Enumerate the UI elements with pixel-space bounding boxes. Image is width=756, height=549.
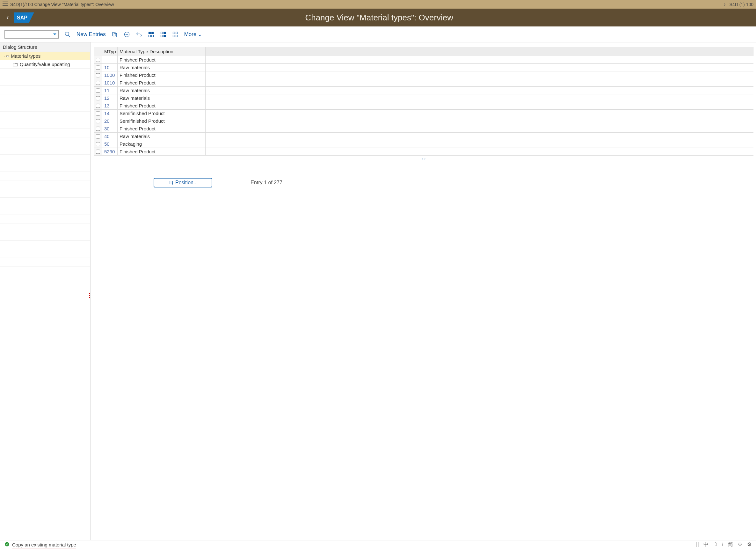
table-row[interactable]: 13Finished Product xyxy=(94,102,753,110)
table-row[interactable]: 50Packaging xyxy=(94,140,753,148)
horizontal-scroll-hint[interactable]: ‹ › xyxy=(94,155,753,161)
cell-mtyp[interactable]: 1010 xyxy=(102,79,118,86)
table-row[interactable]: 1010Finished Product xyxy=(94,79,753,87)
cell-description[interactable]: Finished Product xyxy=(118,79,206,86)
content-pane: MTyp Material Type Description Finished … xyxy=(91,42,756,540)
grid-header-mtyp[interactable]: MTyp xyxy=(102,47,118,56)
row-select-checkbox[interactable] xyxy=(94,148,102,155)
grid-header-desc[interactable]: Material Type Description xyxy=(118,47,206,56)
svg-point-2 xyxy=(65,32,69,36)
cell-mtyp[interactable]: 30 xyxy=(102,125,118,132)
cell-description[interactable]: Raw materials xyxy=(118,64,206,71)
page-title: Change View "Material types": Overview xyxy=(9,13,750,23)
cell-description[interactable]: Raw materials xyxy=(118,94,206,102)
cell-mtyp[interactable]: 5290 xyxy=(102,148,118,155)
row-select-checkbox[interactable] xyxy=(94,133,102,140)
svg-rect-13 xyxy=(164,32,165,34)
cell-description[interactable]: Raw materials xyxy=(118,87,206,94)
table-row[interactable]: 11Raw materials xyxy=(94,87,753,94)
grid-header: MTyp Material Type Description xyxy=(94,47,753,56)
search-icon[interactable] xyxy=(64,31,71,38)
cell-mtyp[interactable]: 10 xyxy=(102,64,118,71)
header-bar: ‹ SAP Change View "Material types": Over… xyxy=(0,9,756,26)
cell-description[interactable]: Finished Product xyxy=(118,71,206,79)
svg-rect-15 xyxy=(164,35,165,37)
svg-rect-16 xyxy=(173,32,175,34)
tree-header: Dialog Structure xyxy=(0,42,90,52)
copy-as-icon[interactable] xyxy=(112,31,118,38)
cell-description[interactable]: Packaging xyxy=(118,140,206,148)
folder-icon xyxy=(13,62,18,67)
svg-rect-17 xyxy=(176,32,178,34)
undo-icon[interactable] xyxy=(136,31,142,38)
cell-mtyp[interactable]: 20 xyxy=(102,117,118,125)
cell-description[interactable]: Raw materials xyxy=(118,133,206,140)
tree-node-quantity-value[interactable]: Quantity/value updating xyxy=(0,60,90,69)
cell-mtyp[interactable] xyxy=(102,56,118,63)
cell-description[interactable]: Finished Product xyxy=(118,125,206,132)
svg-rect-9 xyxy=(151,32,153,34)
deselect-all-icon[interactable] xyxy=(172,31,178,38)
command-field[interactable] xyxy=(4,30,59,39)
cell-description[interactable]: Finished Product xyxy=(118,56,206,63)
tree-node-material-types[interactable]: Material types xyxy=(0,52,90,60)
cell-mtyp[interactable]: 12 xyxy=(102,94,118,102)
row-select-checkbox[interactable] xyxy=(94,64,102,71)
cell-description[interactable]: Finished Product xyxy=(118,148,206,155)
delete-icon[interactable] xyxy=(124,31,130,38)
cell-mtyp[interactable]: 14 xyxy=(102,110,118,117)
table-row[interactable]: 30Finished Product xyxy=(94,125,753,133)
svg-rect-18 xyxy=(173,35,175,37)
svg-rect-12 xyxy=(161,32,163,34)
cell-mtyp[interactable]: 50 xyxy=(102,140,118,148)
chevron-right-icon[interactable]: › xyxy=(724,1,726,8)
grid-header-filler xyxy=(206,47,753,56)
table-row[interactable]: 14Semifinished Product xyxy=(94,110,753,117)
expanded-folder-icon xyxy=(4,54,9,59)
tree-node-label: Quantity/value updating xyxy=(20,61,70,67)
menu-icon[interactable] xyxy=(3,2,8,7)
row-select-checkbox[interactable] xyxy=(94,71,102,79)
table-row[interactable]: 5290Finished Product xyxy=(94,148,753,155)
cell-mtyp[interactable]: 40 xyxy=(102,133,118,140)
grid-header-select[interactable] xyxy=(94,47,102,56)
select-all-icon[interactable] xyxy=(148,31,154,38)
entry-counter: Entry 1 of 277 xyxy=(251,180,282,185)
table-row[interactable]: 12Raw materials xyxy=(94,94,753,102)
table-row[interactable]: 40Raw materials xyxy=(94,133,753,140)
table-row[interactable]: 20Semifinished Product xyxy=(94,117,753,125)
svg-rect-8 xyxy=(149,32,150,34)
new-entries-button[interactable]: New Entries xyxy=(76,31,106,38)
row-select-checkbox[interactable] xyxy=(94,87,102,94)
row-select-checkbox[interactable] xyxy=(94,56,102,63)
cell-mtyp[interactable]: 11 xyxy=(102,87,118,94)
svg-rect-11 xyxy=(151,35,153,37)
table-row[interactable]: 1000Finished Product xyxy=(94,71,753,79)
system-label: S4D (1) 100 xyxy=(730,2,753,7)
back-button[interactable]: ‹ xyxy=(6,13,9,22)
toolbar: New Entries More⌄ xyxy=(0,26,756,42)
more-button[interactable]: More⌄ xyxy=(184,31,202,38)
window-titlebar: S4D(1)/100 Change View "Material types":… xyxy=(0,0,756,9)
material-types-grid: MTyp Material Type Description Finished … xyxy=(94,47,753,161)
row-select-checkbox[interactable] xyxy=(94,94,102,102)
row-select-checkbox[interactable] xyxy=(94,140,102,148)
cell-description[interactable]: Semifinished Product xyxy=(118,117,206,125)
position-button[interactable]: Position... xyxy=(154,178,212,187)
table-row[interactable]: 10Raw materials xyxy=(94,64,753,71)
window-title: S4D(1)/100 Change View "Material types":… xyxy=(10,2,724,7)
row-select-checkbox[interactable] xyxy=(94,79,102,86)
cell-mtyp[interactable]: 1000 xyxy=(102,71,118,79)
row-select-checkbox[interactable] xyxy=(94,117,102,125)
tree-node-label: Material types xyxy=(11,53,40,59)
svg-rect-10 xyxy=(149,35,150,37)
cell-mtyp[interactable]: 13 xyxy=(102,102,118,109)
cell-description[interactable]: Finished Product xyxy=(118,102,206,109)
svg-rect-20 xyxy=(169,181,173,184)
select-block-icon[interactable] xyxy=(160,31,166,38)
row-select-checkbox[interactable] xyxy=(94,102,102,109)
row-select-checkbox[interactable] xyxy=(94,110,102,117)
table-row[interactable]: Finished Product xyxy=(94,56,753,64)
row-select-checkbox[interactable] xyxy=(94,125,102,132)
cell-description[interactable]: Semifinished Product xyxy=(118,110,206,117)
